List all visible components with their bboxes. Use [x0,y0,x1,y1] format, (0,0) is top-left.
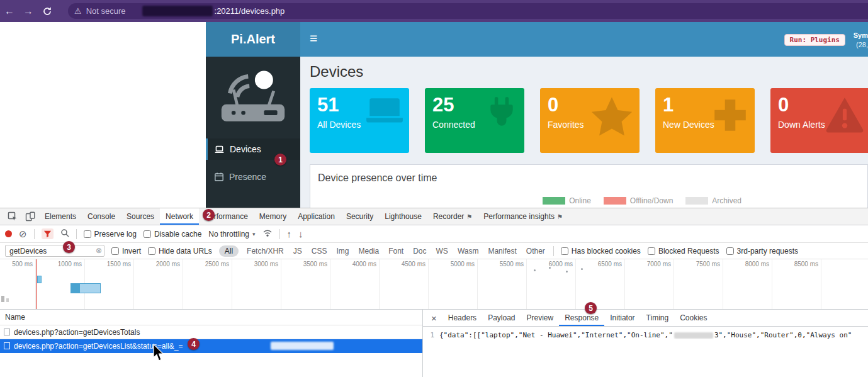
annotation-badge-3: 3 [63,241,75,253]
url-text: :20211/devices.php [215,6,285,16]
device-toolbar-icon-glyph [25,211,35,222]
detail-tab-cookies[interactable]: Cookies [674,310,713,326]
hide-data-urls-checkbox[interactable]: Hide data URLs [148,247,212,256]
has-blocked-cookies-checkbox[interactable]: Has blocked cookies [561,247,641,256]
third-party-requests-checkbox[interactable]: 3rd-party requests [726,247,798,256]
request-list-header[interactable]: Name [0,310,422,325]
device-toolbar-icon[interactable] [21,211,39,222]
card-connected[interactable]: 25 Connected [425,88,524,153]
timeline-tick: 5500 ms [478,259,527,309]
invert-label: Invert [122,247,141,256]
waterfall-dot [566,271,568,273]
blocked-requests-checkbox[interactable]: Blocked Requests [648,247,719,256]
card-all-devices[interactable]: 51 All Devices [310,88,409,153]
brand-logo[interactable]: Pi.Alert [206,22,300,57]
experiment-flag-icon: ⚑ [557,213,563,220]
filter-type-doc[interactable]: Doc [412,247,427,256]
devtools-tab-network[interactable]: Network [160,208,199,225]
preserve-log-checkbox[interactable]: Preserve log [84,230,137,239]
devtools-tab-sources[interactable]: Sources [121,208,160,225]
response-text-before: {"data":[["laptop","Net - Huawei","Inter… [439,331,673,339]
request-row-selected[interactable]: devices.php?action=getDevicesList&status… [0,339,422,353]
menu-toggle-icon[interactable]: ≡ [310,31,317,46]
mouse-cursor [152,344,165,363]
filter-input[interactable] [5,245,104,257]
network-timeline-overview[interactable]: 500 ms 1000 ms 1500 ms 2000 ms 2500 ms 3… [0,259,868,310]
request-row[interactable]: devices.php?action=getDevicesTotals [0,325,422,339]
devtools-tab-elements[interactable]: Elements [39,208,82,225]
filter-type-wasm[interactable]: Wasm [456,247,480,256]
clear-icon[interactable]: ⊘ [19,229,27,239]
funnel-icon-glyph [43,230,52,238]
waterfall-mark [1,296,4,302]
import-har-icon[interactable]: ↑ [287,229,292,239]
response-content-line[interactable]: 1 {"data":[["laptop","Net - Huawei","Int… [423,331,868,339]
hide-data-urls-input[interactable] [148,247,155,255]
annotation-badge-2: 2 [203,209,215,221]
refresh-icon[interactable] [38,6,57,16]
timeline-tick: 4500 ms [380,259,429,309]
detail-tab-payload[interactable]: Payload [482,310,521,326]
legend-label: Archived [712,196,741,205]
throttling-dropdown[interactable]: No throttling ▾ [208,230,255,239]
filter-type-all[interactable]: All [219,245,239,257]
address-bar[interactable]: ⚠ Not secure :20211/devices.php [68,3,868,19]
filter-type-ws[interactable]: WS [435,247,449,256]
invert-checkbox[interactable]: Invert [111,247,141,256]
devtools-tab-recorder[interactable]: Recorder ⚑ [427,208,478,225]
filter-type-img[interactable]: Img [335,247,350,256]
filter-type-media[interactable]: Media [357,247,380,256]
detail-tab-preview[interactable]: Preview [521,310,560,326]
run-plugins-button[interactable]: Run: Plugins [784,34,845,46]
clear-filter-icon[interactable]: ⊗ [96,247,102,254]
blocked-requests-input[interactable] [648,247,655,255]
filter-type-js[interactable]: JS [292,247,303,256]
filter-type-fetch-xhr[interactable]: Fetch/XHR [245,247,285,256]
detail-tab-response[interactable]: Response [559,310,604,326]
forward-icon[interactable]: → [19,6,38,17]
devtools-tab-application[interactable]: Application [292,208,341,225]
legend-offline-down[interactable]: Offline/Down [604,196,673,205]
filter-type-font[interactable]: Font [387,247,405,256]
detail-tab-initiator[interactable]: Initiator [604,310,640,326]
filter-type-other[interactable]: Other [525,247,546,256]
devtools-tab-memory[interactable]: Memory [254,208,292,225]
request-type-icon [4,329,10,335]
sidebar-item-devices[interactable]: Devices [206,138,300,160]
timeline-tick: 6000 ms [527,259,576,309]
filter-type-manifest[interactable]: Manifest [487,247,517,256]
devtools-tab-performance-insights[interactable]: Performance insights ⚑ [478,208,568,225]
devtools-tab-security[interactable]: Security [341,208,379,225]
devtools-tab-console[interactable]: Console [82,208,121,225]
legend-swatch-online [543,197,565,205]
filter-type-css[interactable]: CSS [310,247,329,256]
disable-cache-checkbox[interactable]: Disable cache [144,230,201,239]
inspect-element-icon[interactable] [4,211,21,222]
third-party-requests-input[interactable] [726,247,734,255]
has-blocked-cookies-input[interactable] [561,247,568,255]
preserve-log-input[interactable] [84,230,91,238]
card-new-devices[interactable]: 1 New Devices [655,88,755,153]
detail-tab-headers[interactable]: Headers [442,310,482,326]
invert-input[interactable] [111,247,119,255]
calendar-icon [215,172,223,181]
laptop-icon [215,145,224,154]
record-icon[interactable] [5,230,12,237]
hide-data-urls-label: Hide data URLs [159,247,212,256]
devtools-tab-lighthouse[interactable]: Lighthouse [379,208,427,225]
network-conditions-icon[interactable] [262,228,273,239]
filter-icon[interactable] [42,228,54,239]
export-har-icon[interactable]: ↓ [298,229,303,239]
card-down-alerts[interactable]: 0 Down Alerts [770,88,868,153]
timeline-tick: 8500 ms [772,259,821,309]
detail-tab-timing[interactable]: Timing [641,310,675,326]
card-favorites[interactable]: 0 Favorites [540,88,640,153]
back-icon[interactable]: ← [0,6,19,17]
sidebar-item-presence[interactable]: Presence [206,166,300,188]
search-icon[interactable] [60,228,69,239]
search-icon-glyph [60,228,69,237]
legend-archived[interactable]: Archived [685,196,741,205]
close-icon[interactable]: × [426,313,442,324]
disable-cache-input[interactable] [144,230,151,238]
legend-online[interactable]: Online [543,196,591,205]
